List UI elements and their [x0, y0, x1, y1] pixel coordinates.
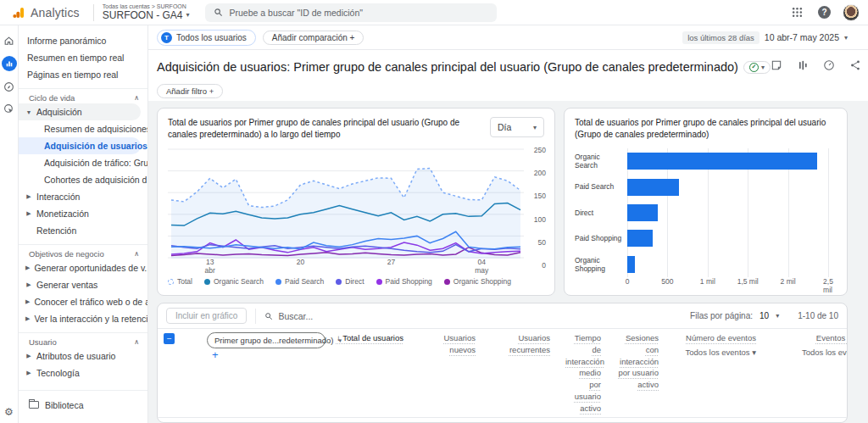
divider: [93, 4, 94, 21]
column-subfilter[interactable]: Todos los eventos ▾: [674, 347, 756, 359]
legend-item[interactable]: Total: [168, 277, 192, 286]
total-metric-cell: 31.130100 % respecto al total: [670, 418, 768, 423]
advertising-icon[interactable]: [3, 102, 16, 115]
admin-gear-icon[interactable]: ⚙: [4, 406, 14, 418]
avatar[interactable]: [843, 4, 860, 21]
bar[interactable]: [627, 204, 658, 221]
audience-chip[interactable]: T Todos los usuarios: [157, 30, 256, 46]
legend-item[interactable]: Organic Shopping: [444, 277, 511, 286]
speed-icon[interactable]: [823, 59, 835, 75]
data-table-card: Incluir en gráfico Buscar... Filas por p…: [157, 303, 848, 423]
row-number: [186, 418, 203, 423]
legend-label: Organic Shopping: [453, 277, 511, 286]
sidebar-item[interactable]: Cohortes de adquisición d...: [19, 171, 147, 188]
chevron-down-icon[interactable]: ▾: [776, 312, 779, 320]
sidebar-item[interactable]: Adquisición de tráfico: Gru...: [19, 154, 147, 171]
legend-item[interactable]: Paid Shopping: [376, 277, 432, 286]
date-range-picker[interactable]: 10 abr-7 may 2025: [765, 32, 839, 42]
sidebar-item[interactable]: ▶Interacción: [19, 188, 147, 205]
add-dimension-button[interactable]: +: [212, 348, 219, 361]
home-icon[interactable]: [3, 34, 16, 47]
sidebar-item-label: Ver la interacción y la retenci...: [34, 314, 148, 324]
bar[interactable]: [627, 230, 653, 247]
line-y-axis: 050100150200250: [527, 143, 546, 262]
account-switcher[interactable]: Todas las cuentas > SURFOON SURFOON - GA…: [103, 3, 190, 21]
chevron-collapsed-icon: ▶: [25, 264, 30, 271]
page-info: 1-10 de 10: [798, 311, 838, 320]
data-quality-badge[interactable]: ✓ ▾: [743, 61, 771, 74]
column-subfilter[interactable]: Todos los eventos: [771, 347, 848, 359]
notes-icon[interactable]: [771, 59, 782, 75]
explore-icon[interactable]: [3, 80, 16, 93]
line-chart-plot[interactable]: 050100150200250: [168, 147, 524, 259]
column-header-label: Usuarios nuevos: [444, 333, 476, 354]
column-header[interactable]: Sesiones con interacción por usuario act…: [613, 329, 670, 418]
table-search-input[interactable]: Buscar...: [264, 311, 313, 321]
sidebar-item[interactable]: ▶Generar oportunidades de v...: [19, 259, 147, 276]
legend-dot: [444, 279, 450, 285]
add-comparison-chip[interactable]: Añadir comparación +: [263, 31, 364, 45]
sidebar-item[interactable]: Adquisición de usuarios: Pr...: [19, 137, 141, 154]
collapse-icon[interactable]: ∧: [134, 338, 139, 346]
dimension-select[interactable]: Primer grupo de...redeterminado)▾: [207, 332, 326, 348]
sidebar-item[interactable]: ▶Generar ventas: [19, 276, 147, 293]
sidebar-item[interactable]: ▶Ver la interacción y la retenci...: [19, 310, 147, 327]
column-header[interactable]: ↓ Total de usuarios: [322, 329, 415, 418]
sidebar-item[interactable]: ▶Monetización: [19, 205, 147, 222]
bar-chart-plot[interactable]: Organic SearchPaid SearchDirectPaid Shop…: [575, 148, 837, 277]
collapse-icon[interactable]: ∧: [134, 94, 139, 102]
total-metric-cell: 1100 % respecto al total: [768, 418, 848, 423]
granularity-select[interactable]: Día▾: [490, 117, 544, 137]
include-in-chart-button[interactable]: Incluir en gráfico: [166, 308, 247, 324]
select-all-checkbox[interactable]: –: [158, 329, 186, 418]
column-header[interactable]: Número de eventosTodos los eventos ▾: [670, 329, 768, 418]
sidebar-item[interactable]: Retención: [19, 222, 147, 239]
column-header[interactable]: Usuarios recurrentes: [487, 329, 562, 418]
sidebar-item[interactable]: ▶Tecnología: [19, 365, 147, 381]
legend-item[interactable]: Organic Search: [204, 277, 264, 286]
x-tick-label: 04may: [475, 259, 488, 276]
sidebar-item-label: Resumen en tiempo real: [27, 53, 124, 63]
rows-per-page-select[interactable]: 10: [760, 311, 769, 320]
column-header[interactable]: Tiempo de interacción medio por usuario …: [562, 329, 613, 418]
sidebar-item[interactable]: ▶Conocer el tráfico web o de a...: [19, 293, 147, 310]
y-tick-label: 200: [534, 169, 546, 177]
library-folder-icon: [29, 401, 39, 409]
report-body: Total de usuarios por Primer grupo de ca…: [148, 101, 868, 423]
help-icon[interactable]: ?: [818, 6, 831, 19]
sidebar-item[interactable]: ▶Atributos de usuario: [19, 348, 147, 365]
sidebar-item[interactable]: ▼Adquisición: [19, 103, 141, 120]
bar[interactable]: [627, 153, 817, 170]
legend-item[interactable]: Direct: [336, 277, 364, 286]
reports-icon[interactable]: [2, 56, 17, 71]
sidebar-item[interactable]: Resumen en tiempo real: [19, 49, 147, 66]
legend-item[interactable]: Paid Search: [275, 277, 324, 286]
bar-x-axis: 05001 mil1,5 mil2 mil2,5 mil: [627, 277, 828, 289]
sidebar-item-label: Adquisición de tráfico: Gru...: [44, 158, 148, 168]
analytics-logo[interactable]: Analytics: [7, 6, 85, 19]
bar-row: Organic Shopping: [575, 253, 837, 276]
collapse-icon[interactable]: ∧: [134, 250, 139, 258]
sidebar-item[interactable]: Biblioteca: [19, 390, 147, 412]
column-header[interactable]: Eventos claveTodos los eventos: [768, 329, 848, 418]
share-icon[interactable]: [849, 59, 861, 75]
sidebar-item[interactable]: Páginas en tiempo real: [19, 66, 147, 83]
bar[interactable]: [627, 179, 679, 196]
chevron-collapsed-icon: ▶: [25, 281, 32, 288]
chevron-expanded-icon: ▼: [25, 109, 32, 115]
column-header-label: Eventos clave: [816, 333, 848, 342]
comparison-icon[interactable]: [797, 59, 809, 75]
total-metric-cell: 3.742100 % respecto al total: [415, 418, 487, 423]
add-filter-chip[interactable]: Añadir filtro +: [157, 84, 223, 98]
chevron-collapsed-icon: ▶: [25, 315, 30, 322]
column-header[interactable]: Usuarios nuevos: [415, 329, 487, 418]
bar[interactable]: [627, 256, 635, 273]
chevron-down-icon: ▾: [844, 34, 848, 42]
row-checkbox[interactable]: ✓: [158, 418, 186, 423]
apps-grid-icon[interactable]: [787, 3, 806, 22]
sidebar-item[interactable]: Informe panorámico: [19, 32, 147, 49]
sidebar-item[interactable]: Resumen de adquisiciones: [19, 120, 147, 137]
line-chart-card: Total de usuarios por Primer grupo de ca…: [157, 108, 555, 296]
global-search-input[interactable]: Pruebe a buscar "ID de medición": [205, 3, 497, 22]
y-tick-label: 150: [534, 192, 546, 200]
